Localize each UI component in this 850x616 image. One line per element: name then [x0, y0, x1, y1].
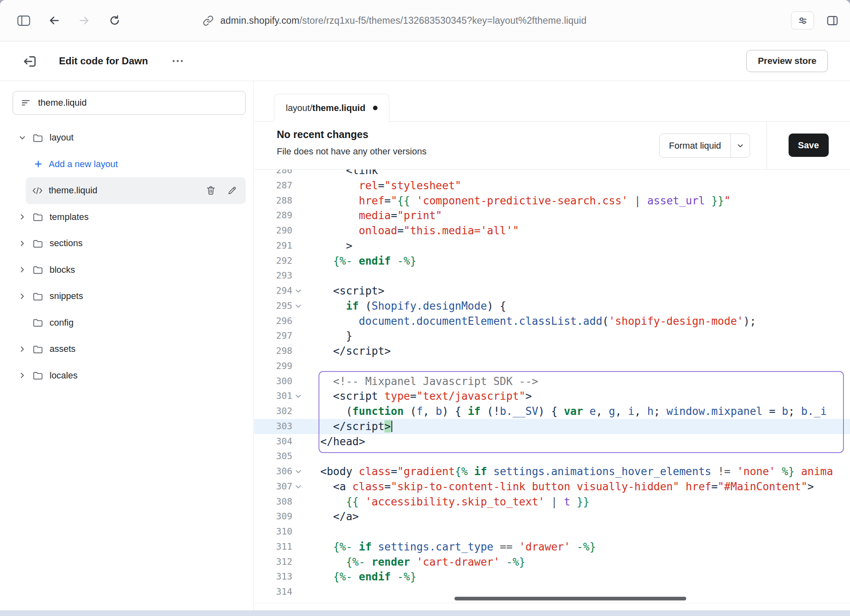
format-liquid-label: Format liquid — [660, 134, 730, 157]
code-line-293[interactable]: 293 — [254, 268, 850, 283]
rename-file-icon[interactable] — [227, 185, 237, 196]
sidebar-item-blocks[interactable]: blocks — [0, 257, 253, 283]
sidebar-item-snippets[interactable]: snippets — [0, 283, 253, 310]
line-number: 307 — [254, 479, 292, 494]
code-line-313[interactable]: 313 {%- endif -%} — [254, 569, 850, 584]
extension-toggles-icon[interactable] — [791, 11, 814, 29]
fold-gutter — [295, 193, 309, 208]
chevron-right-icon[interactable] — [18, 345, 29, 353]
sidebar-item-config[interactable]: config — [0, 310, 253, 336]
code-line-306[interactable]: 306 <body class="gradient{% if settings.… — [254, 464, 850, 479]
code-text: </a> — [307, 509, 359, 524]
line-number: 313 — [254, 569, 292, 584]
horizontal-scrollbar[interactable] — [454, 597, 686, 600]
code-line-296[interactable]: 296 document.documentElement.classList.a… — [254, 314, 850, 329]
code-text: <script> — [307, 283, 384, 299]
chevron-right-icon[interactable] — [18, 266, 29, 274]
line-number: 293 — [254, 268, 292, 283]
status-title: No recent changes — [277, 129, 368, 140]
more-options-icon[interactable] — [167, 53, 188, 69]
code-text: </script> — [307, 419, 392, 434]
chevron-down-icon[interactable] — [730, 134, 750, 157]
url-path: /store/rzq1xu-f5/themes/132683530345?key… — [299, 15, 586, 26]
code-line-300[interactable]: 300 <!-- Mixpanel Javascript SDK --> — [254, 374, 850, 389]
chevron-right-icon[interactable] — [18, 240, 29, 247]
tab-file-name: theme.liquid — [312, 103, 366, 113]
code-line-302[interactable]: 302 (function (f, b) { if (!b.__SV) { va… — [254, 404, 850, 419]
selected-file-row[interactable]: theme.liquid — [26, 177, 246, 204]
code-line-303[interactable]: 303 </script> — [254, 419, 850, 434]
side-panel-icon[interactable] — [823, 0, 842, 41]
code-text: {%- endif -%} — [307, 569, 416, 584]
sidebar-item-templates[interactable]: templates — [0, 204, 253, 231]
fold-chevron-icon[interactable] — [295, 299, 309, 314]
fold-gutter — [295, 524, 309, 539]
code-line-290[interactable]: 290 onload="this.media='all'" — [254, 223, 850, 238]
fold-chevron-icon[interactable] — [295, 479, 309, 494]
code-line-292[interactable]: 292 {%- endif -%} — [254, 254, 850, 269]
file-search-input[interactable] — [37, 97, 245, 109]
folder-icon — [32, 291, 43, 302]
line-number: 299 — [254, 359, 292, 374]
fold-gutter — [295, 509, 309, 524]
code-text: <a class="skip-to-content-link button vi… — [307, 479, 814, 494]
sidebar-item-sections[interactable]: sections — [0, 230, 253, 257]
code-line-297[interactable]: 297 } — [254, 328, 850, 344]
code-line-305[interactable]: 305 — [254, 449, 850, 464]
address-bar[interactable]: admin.shopify.com/store/rzq1xu-f5/themes… — [203, 0, 586, 41]
code-line-294[interactable]: 294 <script> — [254, 283, 850, 299]
code-line-287[interactable]: 287 rel="stylesheet" — [254, 178, 850, 193]
line-number: 291 — [254, 238, 292, 254]
code-line-310[interactable]: 310 — [254, 524, 850, 539]
fold-chevron-icon[interactable] — [295, 389, 309, 404]
code-line-311[interactable]: 311 {%- if settings.cart_type == 'drawer… — [254, 539, 850, 555]
sidebar-item-layout[interactable]: layout — [0, 125, 253, 151]
format-liquid-button[interactable]: Format liquid — [659, 134, 750, 158]
code-line-291[interactable]: 291 > — [254, 238, 850, 254]
code-line-307[interactable]: 307 <a class="skip-to-content-link butto… — [254, 479, 850, 494]
sidebar-item-label: locales — [50, 370, 77, 381]
back-arrow-icon[interactable] — [45, 0, 63, 41]
code-line-286[interactable]: 286 <link — [254, 170, 850, 178]
delete-file-icon[interactable] — [206, 185, 216, 196]
code-text: if (Shopify.designMode) { — [307, 299, 506, 314]
fold-gutter — [295, 449, 309, 464]
code-line-308[interactable]: 308 {{ 'accessibility.skip_to_text' | t … — [254, 494, 850, 510]
code-text: <body class="gradient{% if settings.anim… — [307, 464, 833, 479]
file-search-box[interactable] — [13, 91, 246, 115]
chevron-right-icon[interactable] — [18, 213, 29, 221]
chevron-right-icon[interactable] — [18, 371, 29, 379]
sidebar-toggle-icon[interactable] — [15, 0, 33, 41]
forward-arrow-icon[interactable] — [75, 0, 93, 41]
code-line-295[interactable]: 295 if (Shopify.designMode) { — [254, 299, 850, 314]
save-button[interactable]: Save — [789, 134, 829, 157]
code-line-301[interactable]: 301 <script type="text/javascript"> — [254, 389, 850, 404]
fold-chevron-icon[interactable] — [295, 283, 309, 299]
code-text: <!-- Mixpanel Javascript SDK --> — [307, 374, 538, 389]
reload-icon[interactable] — [106, 0, 124, 41]
fold-gutter — [295, 208, 309, 223]
code-editor[interactable]: 286 <link287 rel="stylesheet"288 href="{… — [254, 170, 850, 603]
preview-store-button[interactable]: Preview store — [746, 50, 828, 72]
add-new-layout-button[interactable]: Add a new layout — [0, 151, 253, 178]
line-number: 311 — [254, 539, 292, 555]
code-line-288[interactable]: 288 href="{{ 'component-predictive-searc… — [254, 193, 850, 208]
code-line-298[interactable]: 298 </script> — [254, 344, 850, 359]
fold-chevron-icon[interactable] — [295, 464, 309, 479]
fold-gutter — [295, 555, 309, 570]
code-line-289[interactable]: 289 media="print" — [254, 208, 850, 223]
code-line-304[interactable]: 304 </head> — [254, 434, 850, 449]
code-line-309[interactable]: 309 </a> — [254, 509, 850, 524]
chevron-down-icon[interactable] — [18, 134, 29, 142]
sidebar-item-locales[interactable]: locales — [0, 362, 253, 389]
code-line-312[interactable]: 312 {%- render 'cart-drawer' -%} — [254, 555, 850, 570]
file-tree: layout Add a new layout theme.liquid — [0, 125, 253, 389]
exit-icon[interactable] — [21, 53, 38, 70]
sidebar-item-label: config — [50, 317, 74, 328]
tab-theme-liquid[interactable]: layout/theme.liquid — [274, 94, 389, 122]
fold-gutter — [295, 268, 309, 283]
sidebar-item-assets[interactable]: assets — [0, 336, 253, 362]
code-line-299[interactable]: 299 — [254, 359, 850, 374]
chevron-right-icon[interactable] — [18, 292, 29, 300]
status-subtitle: File does not have any other versions — [277, 146, 427, 157]
